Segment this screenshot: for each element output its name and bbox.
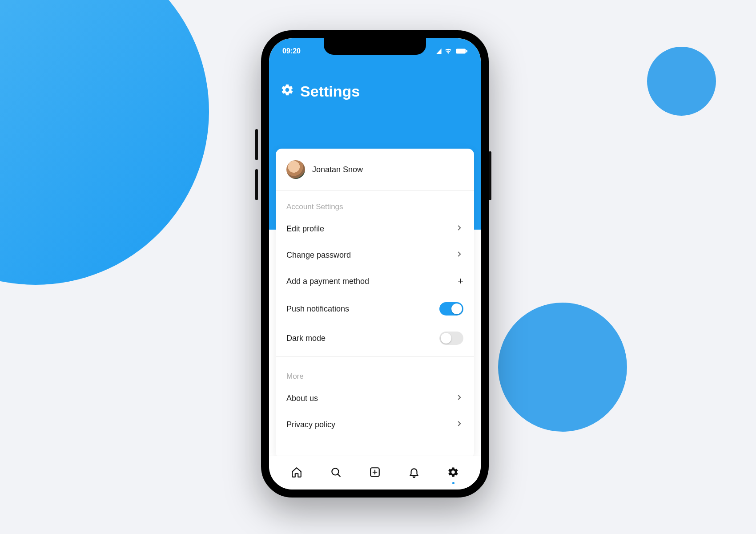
dark-mode-row: Dark mode — [276, 324, 474, 353]
phone-power-button — [489, 151, 491, 200]
row-label: Dark mode — [286, 334, 326, 343]
phone-volume-button — [255, 169, 258, 200]
account-section-title: Account Settings — [276, 191, 474, 216]
bg-circle-top-right — [647, 47, 716, 116]
bg-circle-top-left — [0, 0, 209, 285]
nav-add[interactable] — [368, 466, 382, 480]
row-label: Push notifications — [286, 304, 349, 314]
home-icon — [291, 466, 302, 480]
settings-card: Jonatan Snow Account Settings Edit profi… — [276, 149, 474, 458]
row-label: Edit profile — [286, 224, 324, 234]
row-label: Privacy policy — [286, 420, 335, 429]
chevron-right-icon — [455, 420, 463, 430]
plus-icon: + — [458, 276, 463, 286]
profile-row[interactable]: Jonatan Snow — [276, 149, 474, 191]
avatar — [286, 160, 305, 179]
gear-icon — [281, 83, 294, 100]
bg-circle-bottom-right — [498, 303, 627, 432]
phone-screen: 09:20 Settings — [269, 38, 481, 490]
battery-icon — [456, 48, 467, 54]
phone-volume-button — [255, 129, 258, 160]
status-time: 09:20 — [282, 47, 301, 55]
svg-line-3 — [338, 474, 340, 476]
privacy-policy-row[interactable]: Privacy policy — [276, 412, 474, 438]
chevron-right-icon — [455, 224, 463, 234]
svg-rect-0 — [456, 49, 466, 53]
nav-notifications[interactable] — [407, 466, 421, 480]
bell-icon — [408, 466, 420, 480]
section-divider — [276, 356, 474, 357]
phone-mockup: 09:20 Settings — [261, 30, 489, 498]
row-label: Change password — [286, 251, 351, 260]
status-icons — [437, 47, 467, 55]
cellular-icon — [436, 49, 441, 54]
push-notifications-row: Push notifications — [276, 294, 474, 324]
more-section-title: More — [276, 360, 474, 385]
page-title-row: Settings — [281, 83, 360, 100]
nav-settings[interactable] — [446, 466, 460, 480]
nav-home[interactable] — [290, 466, 303, 480]
phone-notch — [324, 38, 426, 55]
add-square-icon — [369, 466, 381, 480]
gear-icon — [447, 466, 459, 480]
about-us-row[interactable]: About us — [276, 385, 474, 412]
profile-name: Jonatan Snow — [312, 165, 363, 174]
add-payment-row[interactable]: Add a payment method + — [276, 268, 474, 294]
nav-active-dot — [452, 482, 454, 484]
nav-search[interactable] — [329, 466, 342, 480]
row-label: About us — [286, 394, 318, 403]
wifi-icon — [444, 47, 452, 55]
chevron-right-icon — [455, 393, 463, 404]
page-title: Settings — [300, 83, 360, 100]
svg-rect-1 — [466, 50, 467, 53]
search-icon — [330, 466, 342, 480]
push-notifications-toggle[interactable] — [439, 302, 463, 316]
dark-mode-toggle[interactable] — [439, 332, 463, 345]
chevron-right-icon — [455, 250, 463, 260]
edit-profile-row[interactable]: Edit profile — [276, 216, 474, 242]
change-password-row[interactable]: Change password — [276, 242, 474, 268]
row-label: Add a payment method — [286, 277, 369, 286]
